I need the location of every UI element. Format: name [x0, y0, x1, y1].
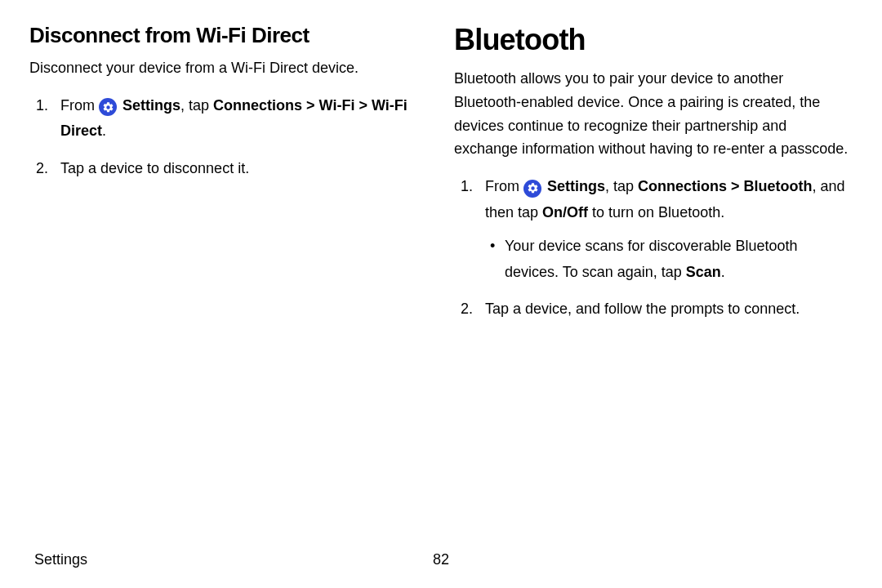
intro-bluetooth: Bluetooth allows you to pair your device…	[454, 67, 853, 161]
page-number: 82	[433, 551, 449, 568]
nav-path: Connections > Bluetooth	[638, 178, 813, 194]
step-2-right: Tap a device, and follow the prompts to …	[454, 296, 853, 323]
scan-label: Scan	[686, 264, 721, 280]
step-1-right: From Settings, tap Connections > Bluetoo…	[454, 174, 853, 285]
onoff-label: On/Off	[542, 204, 588, 220]
text: .	[721, 264, 725, 280]
heading-bluetooth: Bluetooth	[454, 23, 853, 57]
footer-section-label: Settings	[34, 551, 87, 568]
substep-scan: Your device scans for discoverable Bluet…	[485, 234, 853, 285]
text: , tap	[180, 97, 213, 114]
page-body: Disconnect from Wi-Fi Direct Disconnect …	[0, 0, 882, 334]
steps-disconnect: From Settings, tap Connections > Wi-Fi >…	[29, 93, 421, 182]
settings-label: Settings	[122, 97, 180, 114]
step-2-left: Tap a device to disconnect it.	[29, 156, 421, 182]
right-column: Bluetooth Bluetooth allows you to pair y…	[454, 23, 853, 334]
left-column: Disconnect from Wi-Fi Direct Disconnect …	[29, 23, 421, 334]
settings-label: Settings	[547, 178, 605, 194]
text: Your device scans for discoverable Bluet…	[505, 238, 798, 280]
intro-disconnect: Disconnect your device from a Wi-Fi Dire…	[29, 56, 421, 80]
substeps: Your device scans for discoverable Bluet…	[485, 234, 853, 285]
step-1-left: From Settings, tap Connections > Wi-Fi >…	[29, 93, 421, 145]
text: From	[60, 97, 99, 114]
text: , tap	[605, 178, 638, 194]
text: From	[485, 178, 523, 194]
steps-bluetooth: From Settings, tap Connections > Bluetoo…	[454, 174, 853, 323]
heading-disconnect: Disconnect from Wi-Fi Direct	[29, 23, 421, 48]
settings-gear-icon	[523, 180, 541, 198]
settings-gear-icon	[99, 98, 117, 116]
text: .	[102, 122, 106, 139]
text: to turn on Bluetooth.	[588, 204, 724, 220]
